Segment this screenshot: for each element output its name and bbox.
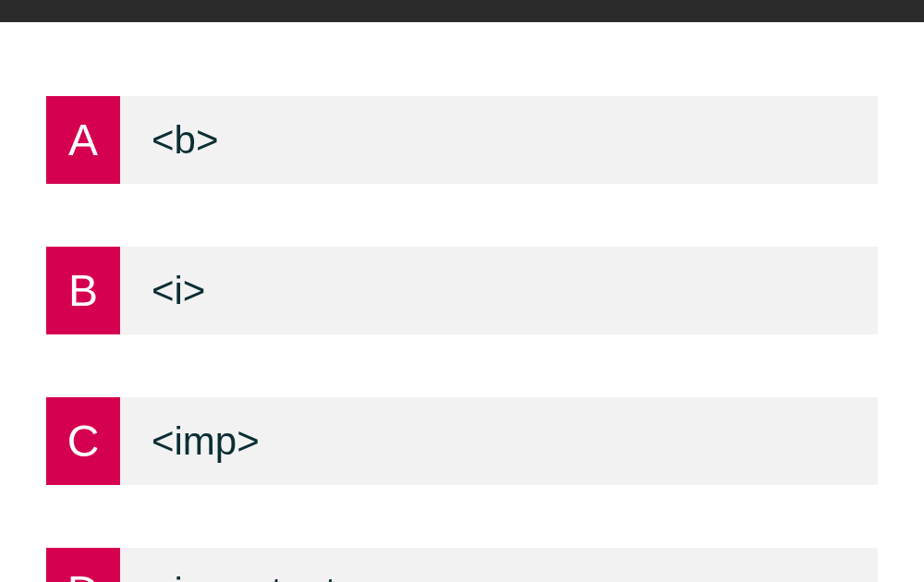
- option-text: <i>: [120, 247, 878, 334]
- option-letter-badge: A: [46, 96, 120, 184]
- option-c[interactable]: C <imp>: [46, 397, 878, 485]
- top-bar: [0, 0, 924, 22]
- option-letter-badge: C: [46, 397, 120, 485]
- option-d[interactable]: D <important>: [46, 548, 878, 582]
- option-text: <b>: [120, 96, 878, 184]
- option-text: <important>: [120, 548, 878, 582]
- option-b[interactable]: B <i>: [46, 247, 878, 334]
- option-text: <imp>: [120, 397, 878, 485]
- option-letter-badge: D: [46, 548, 120, 582]
- option-letter-badge: B: [46, 247, 120, 334]
- option-a[interactable]: A <b>: [46, 96, 878, 184]
- options-list: A <b> B <i> C <imp> D <important>: [0, 22, 924, 582]
